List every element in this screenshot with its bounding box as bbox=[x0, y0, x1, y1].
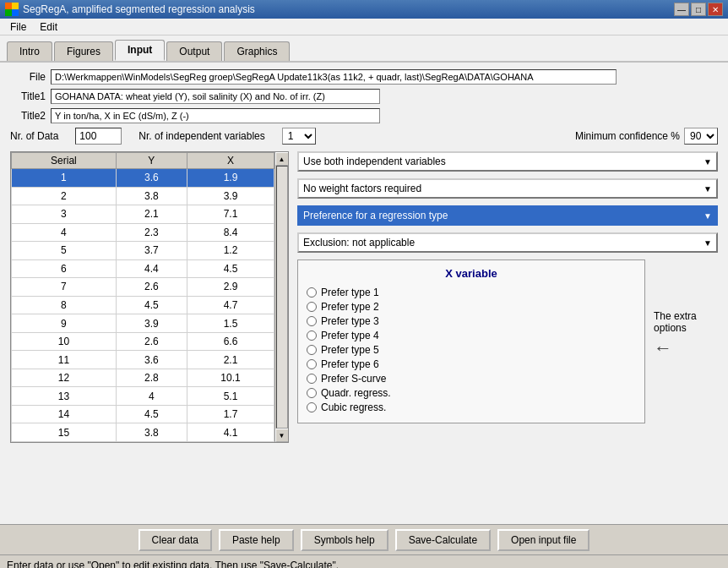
dropdown-indep-vars-label: Use both independent variables bbox=[303, 156, 446, 167]
table-row[interactable]: 11 3.6 2.1 bbox=[12, 351, 274, 369]
tab-output[interactable]: Output bbox=[166, 41, 222, 61]
minimize-button[interactable]: — bbox=[674, 3, 689, 16]
dropdown-indep-vars[interactable]: Use both independent variables ▼ bbox=[297, 151, 718, 172]
file-label: File bbox=[10, 71, 46, 83]
table-row[interactable]: 3 2.1 7.1 bbox=[12, 205, 274, 224]
svg-rect-2 bbox=[5, 9, 12, 16]
close-button[interactable]: ✕ bbox=[708, 3, 723, 16]
radio-option-9[interactable]: Cubic regress. bbox=[307, 401, 636, 413]
cell-x: 4.1 bbox=[187, 423, 274, 442]
cell-x: 1.9 bbox=[187, 169, 274, 188]
nr-data-input[interactable] bbox=[75, 128, 122, 145]
clear-data-button[interactable]: Clear data bbox=[139, 529, 212, 551]
radio-option-6[interactable]: Prefer type 6 bbox=[307, 358, 636, 370]
table-row[interactable]: 9 3.9 1.5 bbox=[12, 314, 274, 333]
radio-btn-8[interactable] bbox=[307, 388, 317, 398]
table-row[interactable]: 10 2.6 6.6 bbox=[12, 332, 274, 351]
file-input[interactable] bbox=[51, 69, 617, 85]
cell-x: 6.6 bbox=[187, 332, 274, 351]
min-conf-select[interactable]: 90 95 bbox=[684, 128, 718, 145]
title-bar-text: SegRegA, amplified segmented regression … bbox=[23, 3, 255, 15]
title2-label: Title2 bbox=[10, 110, 46, 122]
title2-row: Title2 bbox=[10, 108, 718, 123]
cell-serial: 1 bbox=[12, 169, 117, 188]
cell-y: 4 bbox=[116, 387, 187, 406]
table-row[interactable]: 4 2.3 8.4 bbox=[12, 223, 274, 242]
table-row[interactable]: 14 4.5 1.7 bbox=[12, 405, 274, 423]
tab-input[interactable]: Input bbox=[115, 40, 165, 61]
cell-y: 3.7 bbox=[116, 242, 187, 260]
scroll-track[interactable] bbox=[276, 166, 288, 429]
table-row[interactable]: 12 2.8 10.1 bbox=[12, 369, 274, 387]
radio-label-5: Prefer type 5 bbox=[321, 344, 379, 356]
cell-serial: 7 bbox=[12, 278, 117, 297]
radio-btn-9[interactable] bbox=[307, 402, 317, 412]
radio-option-7[interactable]: Prefer S-curve bbox=[307, 373, 636, 385]
radio-btn-4[interactable] bbox=[307, 330, 317, 341]
cell-y: 4.5 bbox=[116, 405, 187, 423]
tab-bar: Intro Figures Input Output Graphics bbox=[0, 36, 728, 63]
radio-label-9: Cubic regress. bbox=[321, 401, 386, 413]
table-row[interactable]: 8 4.5 4.7 bbox=[12, 296, 274, 314]
extra-options-label: The extra options bbox=[654, 310, 718, 334]
radio-btn-2[interactable] bbox=[307, 302, 317, 312]
dropdown-weight[interactable]: No weight factors required ▼ bbox=[297, 178, 718, 199]
scroll-up-btn[interactable]: ▲ bbox=[275, 152, 289, 166]
cell-serial: 15 bbox=[12, 423, 117, 442]
right-panel: Use both independent variables ▼ No weig… bbox=[297, 151, 718, 443]
col-y: Y bbox=[116, 153, 187, 169]
cell-x: 4.7 bbox=[187, 296, 274, 314]
symbols-help-button[interactable]: Symbols help bbox=[301, 529, 388, 551]
cell-serial: 8 bbox=[12, 296, 117, 314]
tab-graphics[interactable]: Graphics bbox=[224, 41, 290, 61]
maximize-button[interactable]: □ bbox=[691, 3, 706, 16]
cell-serial: 6 bbox=[12, 259, 117, 278]
radio-btn-1[interactable] bbox=[307, 287, 317, 298]
radio-option-2[interactable]: Prefer type 2 bbox=[307, 301, 636, 313]
radio-btn-3[interactable] bbox=[307, 316, 317, 326]
radio-btn-7[interactable] bbox=[307, 374, 317, 384]
radio-option-8[interactable]: Quadr. regress. bbox=[307, 387, 636, 399]
dropdown-exclusion[interactable]: Exclusion: not applicable ▼ bbox=[297, 232, 718, 253]
radio-option-4[interactable]: Prefer type 4 bbox=[307, 330, 636, 341]
radio-label-3: Prefer type 3 bbox=[321, 315, 379, 327]
radio-btn-5[interactable] bbox=[307, 345, 317, 355]
scroll-down-btn[interactable]: ▼ bbox=[275, 429, 289, 442]
table-row[interactable]: 13 4 5.1 bbox=[12, 387, 274, 406]
menu-edit[interactable]: Edit bbox=[33, 19, 64, 35]
tab-intro[interactable]: Intro bbox=[7, 41, 52, 61]
paste-help-button[interactable]: Paste help bbox=[219, 529, 294, 551]
radio-option-5[interactable]: Prefer type 5 bbox=[307, 344, 636, 356]
dropdown-weight-label: No weight factors required bbox=[303, 183, 421, 194]
cell-y: 3.6 bbox=[116, 169, 187, 188]
radio-option-3[interactable]: Prefer type 3 bbox=[307, 315, 636, 327]
radio-btn-6[interactable] bbox=[307, 359, 317, 369]
table-row[interactable]: 6 4.4 4.5 bbox=[12, 259, 274, 278]
radio-option-1[interactable]: Prefer type 1 bbox=[307, 287, 636, 298]
cell-x: 7.1 bbox=[187, 205, 274, 224]
table-row[interactable]: 2 3.8 3.9 bbox=[12, 187, 274, 205]
menu-file[interactable]: File bbox=[3, 19, 33, 35]
table-scrollbar[interactable]: ▲ ▼ bbox=[274, 152, 288, 442]
nr-indep-select[interactable]: 1 2 bbox=[282, 128, 316, 145]
title1-input[interactable] bbox=[51, 89, 380, 104]
table-row[interactable]: 15 3.8 4.1 bbox=[12, 423, 274, 442]
open-input-file-button[interactable]: Open input file bbox=[497, 529, 589, 551]
arrow-left-icon: ← bbox=[654, 337, 672, 359]
col-x: X bbox=[187, 153, 274, 169]
cell-x: 8.4 bbox=[187, 223, 274, 242]
radio-label-8: Quadr. regress. bbox=[321, 387, 391, 399]
svg-rect-0 bbox=[5, 3, 12, 9]
tab-figures[interactable]: Figures bbox=[54, 41, 113, 61]
table-row[interactable]: 7 2.6 2.9 bbox=[12, 278, 274, 297]
col-serial: Serial bbox=[12, 153, 117, 169]
cell-y: 2.8 bbox=[116, 369, 187, 387]
title2-input[interactable] bbox=[51, 108, 380, 123]
data-row: Nr. of Data Nr. of independent variables… bbox=[10, 128, 718, 145]
dropdown-pref-type[interactable]: Preference for a regression type ▼ bbox=[297, 205, 718, 226]
table-row[interactable]: 5 3.7 1.2 bbox=[12, 242, 274, 260]
table-row[interactable]: 1 3.6 1.9 bbox=[12, 169, 274, 188]
save-calculate-button[interactable]: Save-Calculate bbox=[395, 529, 491, 551]
cell-y: 2.6 bbox=[116, 278, 187, 297]
dropdown-exclusion-label: Exclusion: not applicable bbox=[303, 237, 415, 248]
